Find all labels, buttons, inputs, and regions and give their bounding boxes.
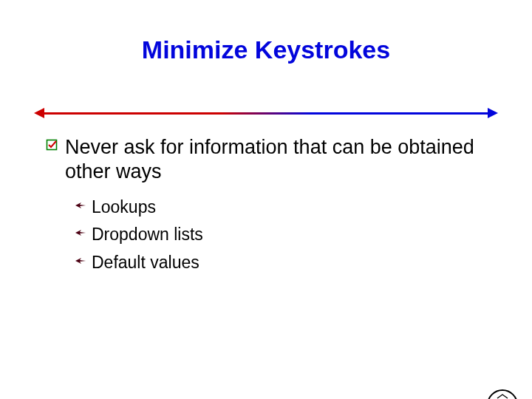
bullet-level2: Default values bbox=[75, 253, 495, 273]
svg-marker-2 bbox=[75, 230, 86, 236]
svg-marker-3 bbox=[75, 258, 86, 264]
star-arrow-icon bbox=[75, 228, 86, 238]
bullet-level2: Lookups bbox=[75, 197, 495, 218]
divider-double-arrow bbox=[35, 109, 497, 118]
slide: Minimize Keystrokes Never ask for inform… bbox=[0, 35, 532, 399]
checkbox-checked-icon bbox=[46, 139, 58, 151]
bullet-level2: Dropdown lists bbox=[75, 225, 495, 245]
bullet-level1: Never ask for information that can be ob… bbox=[46, 135, 495, 184]
sub-bullet-list: Lookups Dropdown lists Default values bbox=[75, 197, 495, 273]
bullet-level2-text: Dropdown lists bbox=[92, 225, 203, 245]
bullet-level1-text: Never ask for information that can be ob… bbox=[65, 135, 495, 184]
star-arrow-icon bbox=[75, 256, 86, 266]
svg-marker-1 bbox=[75, 202, 86, 208]
star-arrow-icon bbox=[75, 200, 86, 211]
content-area: Never ask for information that can be ob… bbox=[46, 135, 495, 281]
bullet-level2-text: Lookups bbox=[92, 197, 156, 218]
bullet-level2-text: Default values bbox=[92, 253, 200, 273]
wiley-logo: W bbox=[486, 389, 519, 399]
slide-title: Minimize Keystrokes bbox=[0, 35, 532, 64]
